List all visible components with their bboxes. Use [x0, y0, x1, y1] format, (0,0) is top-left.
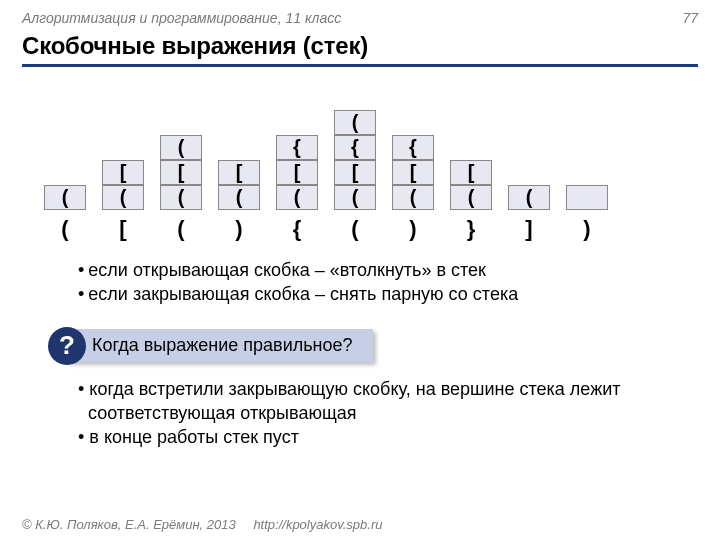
stack-column: {[({ [276, 85, 318, 242]
rule-2: если закрывающая скобка – снять парную с… [78, 282, 698, 306]
stack: ( [508, 85, 550, 210]
topic: Алгоритмизация и программирование, 11 кл… [22, 10, 341, 26]
input-char: ( [351, 216, 358, 242]
stack [566, 85, 608, 210]
stack-cell: [ [334, 160, 376, 185]
stack-cell [566, 85, 608, 110]
footer: © К.Ю. Поляков, Е.А. Ерёмин, 2013 http:/… [22, 517, 382, 532]
stack: ([( [160, 85, 202, 210]
rules: если открывающая скобка – «втолкнуть» в … [78, 258, 698, 307]
stack-cell [218, 110, 260, 135]
stack-column: [(} [450, 85, 492, 242]
stack-cell [566, 135, 608, 160]
stack-cell [450, 110, 492, 135]
stack-cell: [ [392, 160, 434, 185]
input-char: ) [409, 216, 416, 242]
stack-cell [44, 85, 86, 110]
input-char: { [293, 216, 302, 242]
page-number: 77 [682, 10, 698, 26]
stack-cell [102, 85, 144, 110]
header: Алгоритмизация и программирование, 11 кл… [22, 10, 698, 26]
stack-cell: ( [508, 185, 550, 210]
stack-cell: [ [102, 160, 144, 185]
page-title: Скобочные выражения (стек) [22, 32, 698, 60]
stack-cell [160, 85, 202, 110]
stack-diagram: (([([([(([(){[({({[(({[()[(}(]) [44, 85, 698, 242]
answers: когда встретили закрывающую скобку, на в… [78, 377, 698, 450]
stack-cell: { [392, 135, 434, 160]
input-char: } [467, 216, 476, 242]
stack: [( [102, 85, 144, 210]
input-char: [ [119, 216, 126, 242]
footer-url: http://kpolyakov.spb.ru [253, 517, 382, 532]
question-mark-icon: ? [48, 327, 86, 365]
stack-cell [276, 110, 318, 135]
stack-cell [566, 110, 608, 135]
input-char: ( [177, 216, 184, 242]
stack-cell [450, 85, 492, 110]
input-char: ] [525, 216, 532, 242]
stack-cell: ( [44, 185, 86, 210]
stack-cell [508, 160, 550, 185]
stack-cell [218, 135, 260, 160]
stack-cell [508, 85, 550, 110]
stack: ({[( [334, 85, 376, 210]
copyright: © К.Ю. Поляков, Е.А. Ерёмин, 2013 [22, 517, 236, 532]
stack-column: [([ [102, 85, 144, 242]
answer-2: в конце работы стек пуст [78, 425, 698, 449]
stack-cell: [ [160, 160, 202, 185]
stack-cell [566, 160, 608, 185]
stack: [( [450, 85, 492, 210]
stack-column: ) [566, 85, 608, 242]
answer-1: когда встретили закрывающую скобку, на в… [78, 377, 698, 426]
stack: [( [218, 85, 260, 210]
stack-cell: [ [218, 160, 260, 185]
stack-cell: ( [160, 185, 202, 210]
stack-column: ([(( [160, 85, 202, 242]
stack-column: (( [44, 85, 86, 242]
stack-cell [44, 160, 86, 185]
stack-cell [276, 85, 318, 110]
stack-cell [44, 110, 86, 135]
stack-cell: ( [102, 185, 144, 210]
stack-cell [392, 110, 434, 135]
stack-column: (] [508, 85, 550, 242]
rule-1: если открывающая скобка – «втолкнуть» в … [78, 258, 698, 282]
stack-cell [508, 135, 550, 160]
stack-cell: ( [218, 185, 260, 210]
stack-cell [508, 110, 550, 135]
input-char: ( [61, 216, 68, 242]
stack-cell: { [334, 135, 376, 160]
stack-cell [392, 85, 434, 110]
stack-cell: ( [160, 135, 202, 160]
input-char: ) [583, 216, 590, 242]
stack: {[( [392, 85, 434, 210]
stack-cell: ( [334, 110, 376, 135]
input-char: ) [235, 216, 242, 242]
stack-cell: ( [334, 185, 376, 210]
stack-cell [44, 135, 86, 160]
stack-cell [102, 110, 144, 135]
stack: ( [44, 85, 86, 210]
stack-cell: [ [276, 160, 318, 185]
stack-cell: ( [276, 185, 318, 210]
stack-cell [566, 185, 608, 210]
stack-cell [334, 85, 376, 110]
stack-cell: ( [392, 185, 434, 210]
callout: ? Когда выражение правильное? [48, 327, 698, 365]
callout-text: Когда выражение правильное? [68, 329, 373, 362]
title-underline [22, 64, 698, 67]
stack-column: {[() [392, 85, 434, 242]
stack-cell [102, 135, 144, 160]
stack-cell: [ [450, 160, 492, 185]
stack-cell: ( [450, 185, 492, 210]
stack-cell: { [276, 135, 318, 160]
stack-column: ({[(( [334, 85, 376, 242]
stack-cell [218, 85, 260, 110]
stack-cell [160, 110, 202, 135]
stack-cell [450, 135, 492, 160]
stack: {[( [276, 85, 318, 210]
stack-column: [() [218, 85, 260, 242]
